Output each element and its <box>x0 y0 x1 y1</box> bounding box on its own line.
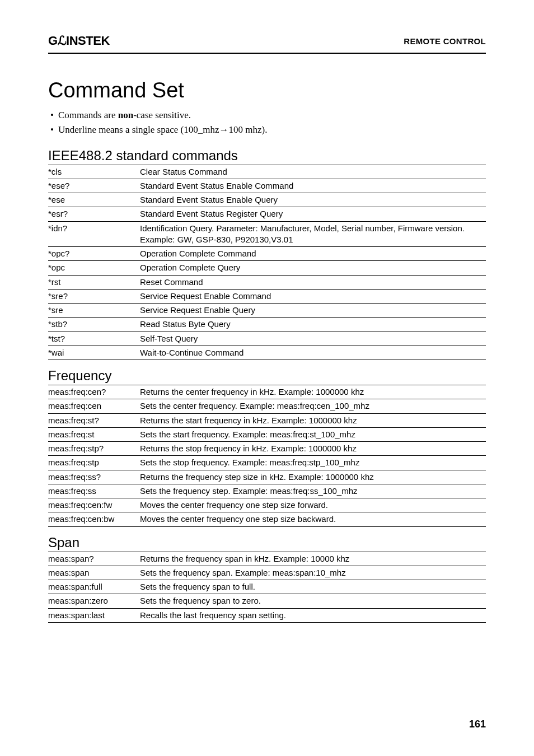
table-row: *opc?Operation Complete Command <box>48 247 486 261</box>
command-name: *ese <box>48 193 140 207</box>
command-name: meas:span? <box>48 552 140 566</box>
command-name: meas:freq:stp? <box>48 442 140 456</box>
command-name: *sre <box>48 304 140 318</box>
table-row: meas:freq:ssSets the frequency step. Exa… <box>48 484 486 498</box>
command-name: *idn? <box>48 221 140 247</box>
command-description: Identification Query. Parameter: Manufac… <box>140 221 486 247</box>
command-name: *opc? <box>48 247 140 261</box>
note-item: Commands are non-case sensitive. <box>50 108 486 123</box>
command-description: Sets the frequency span to full. <box>140 580 486 594</box>
command-name: meas:freq:st? <box>48 413 140 427</box>
command-description: Operation Complete Command <box>140 247 486 261</box>
table-row: meas:freq:cen:bwMoves the center frequen… <box>48 512 486 526</box>
section-label: REMOTE CONTROL <box>404 36 486 46</box>
table-row: meas:span?Returns the frequency span in … <box>48 552 486 566</box>
command-table: meas:span?Returns the frequency span in … <box>48 552 486 623</box>
command-name: meas:freq:st <box>48 427 140 441</box>
note-text-bold: non <box>118 110 133 120</box>
command-description: Operation Complete Query <box>140 261 486 275</box>
command-name: meas:freq:cen? <box>48 385 140 399</box>
section-heading: Span <box>48 535 486 550</box>
table-row: *sreService Request Enable Query <box>48 304 486 318</box>
table-row: meas:span:lastRecalls the last frequency… <box>48 608 486 622</box>
note-item: Underline means a single space (100_mhz→… <box>50 123 486 137</box>
notes-list: Commands are non-case sensitive. Underli… <box>48 108 486 138</box>
table-row: meas:span:zeroSets the frequency span to… <box>48 594 486 608</box>
table-row: *sre?Service Request Enable Command <box>48 289 486 303</box>
table-row: meas:spanSets the frequency span. Exampl… <box>48 566 486 580</box>
command-description: Returns the frequency span in kHz. Examp… <box>140 552 486 566</box>
command-description: Standard Event Status Enable Command <box>140 179 486 193</box>
command-name: *rst <box>48 275 140 289</box>
command-description: Self-Test Query <box>140 332 486 346</box>
table-row: *ese?Standard Event Status Enable Comman… <box>48 179 486 193</box>
table-row: meas:freq:cenSets the center frequency. … <box>48 399 486 413</box>
table-row: *tst?Self-Test Query <box>48 332 486 346</box>
command-name: meas:freq:ss? <box>48 470 140 484</box>
table-row: meas:freq:ss?Returns the frequency step … <box>48 470 486 484</box>
command-name: *sre? <box>48 289 140 303</box>
command-name: *ese? <box>48 179 140 193</box>
section-heading: Frequency <box>48 368 486 384</box>
command-name: meas:span:last <box>48 608 140 622</box>
table-row: meas:freq:stpSets the stop frequency. Ex… <box>48 456 486 470</box>
command-name: meas:freq:ss <box>48 484 140 498</box>
command-description: Reset Command <box>140 275 486 289</box>
table-row: *idn?Identification Query. Parameter: Ma… <box>48 221 486 247</box>
command-name: meas:freq:cen:fw <box>48 498 140 512</box>
command-name: meas:span:full <box>48 580 140 594</box>
table-row: *opcOperation Complete Query <box>48 261 486 275</box>
command-description: Read Status Byte Query <box>140 318 486 332</box>
command-name: *stb? <box>48 318 140 332</box>
header-divider <box>48 53 486 54</box>
section-heading: IEEE488.2 standard commands <box>48 148 486 164</box>
command-name: meas:freq:cen <box>48 399 140 413</box>
command-name: meas:freq:stp <box>48 456 140 470</box>
command-name: *tst? <box>48 332 140 346</box>
table-row: *clsClear Status Command <box>48 165 486 179</box>
command-table: *clsClear Status Command*ese?Standard Ev… <box>48 165 486 361</box>
note-text-pre: Commands are <box>58 110 118 120</box>
command-name: *wai <box>48 346 140 360</box>
table-row: *waiWait-to-Continue Command <box>48 346 486 360</box>
page-title: Command Set <box>48 78 486 102</box>
table-row: *stb?Read Status Byte Query <box>48 318 486 332</box>
command-table: meas:freq:cen?Returns the center frequen… <box>48 385 486 527</box>
brand-logo: GℒINSTEK <box>48 34 110 48</box>
command-name: *opc <box>48 261 140 275</box>
command-description: Returns the start frequency in kHz. Exam… <box>140 413 486 427</box>
command-description: Standard Event Status Enable Query <box>140 193 486 207</box>
command-description: Sets the start frequency. Example: meas:… <box>140 427 486 441</box>
command-description: Sets the frequency span to zero. <box>140 594 486 608</box>
command-description: Standard Event Status Register Query <box>140 207 486 221</box>
table-row: meas:freq:cen:fwMoves the center frequen… <box>48 498 486 512</box>
command-description: Returns the stop frequency in kHz. Examp… <box>140 442 486 456</box>
command-description: Moves the center frequency one step size… <box>140 498 486 512</box>
table-row: meas:span:fullSets the frequency span to… <box>48 580 486 594</box>
table-row: *rstReset Command <box>48 275 486 289</box>
note-text-pre: Underline means a single space (100_mhz→… <box>58 124 267 135</box>
page-header: GℒINSTEK REMOTE CONTROL <box>48 34 486 48</box>
command-description: Sets the stop frequency. Example: meas:f… <box>140 456 486 470</box>
table-row: meas:freq:stp?Returns the stop frequency… <box>48 442 486 456</box>
table-row: *esr?Standard Event Status Register Quer… <box>48 207 486 221</box>
command-description: Service Request Enable Command <box>140 289 486 303</box>
command-description: Clear Status Command <box>140 165 486 179</box>
table-row: meas:freq:cen?Returns the center frequen… <box>48 385 486 399</box>
command-description: Sets the center frequency. Example: meas… <box>140 399 486 413</box>
command-description: Sets the frequency step. Example: meas:f… <box>140 484 486 498</box>
table-row: meas:freq:stSets the start frequency. Ex… <box>48 427 486 441</box>
command-name: meas:span:zero <box>48 594 140 608</box>
command-name: *cls <box>48 165 140 179</box>
command-description: Moves the center frequency one step size… <box>140 512 486 526</box>
command-name: *esr? <box>48 207 140 221</box>
note-text-post: -case sensitive. <box>133 110 191 120</box>
command-description: Wait-to-Continue Command <box>140 346 486 360</box>
command-description: Returns the frequency step size in kHz. … <box>140 470 486 484</box>
command-name: meas:span <box>48 566 140 580</box>
command-description: Returns the center frequency in kHz. Exa… <box>140 385 486 399</box>
command-name: meas:freq:cen:bw <box>48 512 140 526</box>
command-description: Service Request Enable Query <box>140 304 486 318</box>
table-row: *eseStandard Event Status Enable Query <box>48 193 486 207</box>
command-description: Recalls the last frequency span setting. <box>140 608 486 622</box>
